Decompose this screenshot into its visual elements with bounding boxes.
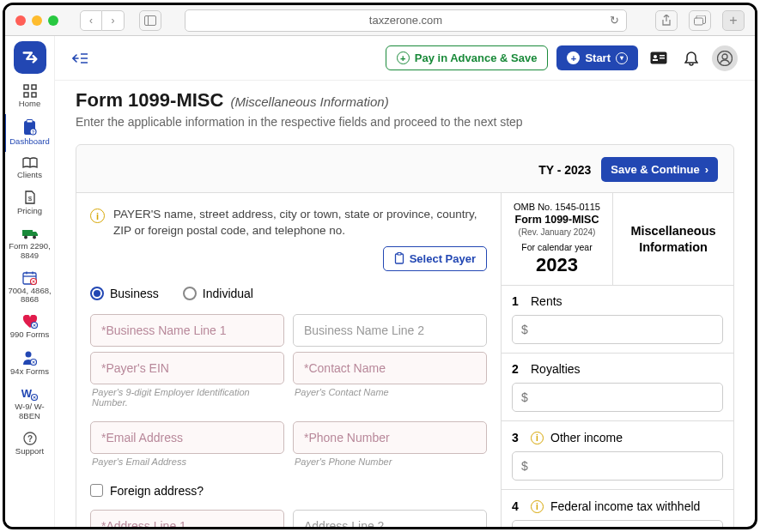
sidebar-label: 94x Forms <box>10 367 49 377</box>
sidebar-item-7004[interactable]: ✕ 7004, 4868, 8868 <box>6 266 54 311</box>
omb-number: OMB No. 1545-0115 <box>510 202 604 212</box>
svg-rect-41 <box>395 254 403 263</box>
radio-individual[interactable]: Individual <box>183 287 253 300</box>
sidebar-item-support[interactable]: ? Support <box>6 426 54 462</box>
box-number: 2 <box>512 362 524 376</box>
sidebar-label: Clients <box>17 171 42 180</box>
start-button[interactable]: + Start ▾ <box>556 45 638 70</box>
fed-tax-withheld-input[interactable] <box>512 520 723 527</box>
contact-name-input[interactable] <box>293 352 487 384</box>
rents-input[interactable] <box>512 315 723 344</box>
user-avatar[interactable] <box>712 45 738 71</box>
sidebar-item-dashboard[interactable]: ? Dashboard <box>3 114 54 152</box>
sidebar-item-990[interactable]: ✕ 990 Forms <box>6 310 54 345</box>
irs-box-meta: OMB No. 1545-0115 Form 1099-MISC (Rev. J… <box>502 193 613 285</box>
svg-point-23 <box>26 352 32 358</box>
royalties-input[interactable] <box>512 383 723 412</box>
other-income-input[interactable] <box>512 451 723 481</box>
plus-circle-icon: + <box>397 51 410 64</box>
browser-forward-button[interactable]: › <box>102 10 125 31</box>
box-label: Federal income tax withheld <box>550 499 700 513</box>
page-subtitle: (Miscellaneous Information) <box>230 94 388 109</box>
bell-icon[interactable] <box>679 46 703 70</box>
svg-text:$: $ <box>27 195 32 203</box>
phone-hint: Payer's Phone Number <box>295 456 487 467</box>
foreign-address-checkbox[interactable] <box>90 484 103 497</box>
clipboard-icon <box>394 252 404 264</box>
irs-revision: (Rev. January 2024) <box>510 227 604 237</box>
sidebar-item-form2290[interactable]: Form 2290, 8849 <box>6 221 54 266</box>
payer-ein-input[interactable] <box>90 352 284 384</box>
reload-icon[interactable]: ↻ <box>610 14 619 27</box>
svg-rect-42 <box>398 253 401 256</box>
irs-box-title: Miscellaneous Information <box>613 193 733 285</box>
svg-text:?: ? <box>27 434 32 444</box>
phone-input[interactable] <box>293 421 487 454</box>
help-icon: ? <box>23 432 37 445</box>
info-icon[interactable]: i <box>531 432 544 444</box>
app-logo[interactable] <box>14 41 46 74</box>
box-label: Royalties <box>531 362 581 376</box>
save-continue-button[interactable]: Save & Continue › <box>601 157 718 182</box>
window-close[interactable] <box>15 15 26 26</box>
chevron-right-icon: › <box>705 163 708 176</box>
browser-url-bar[interactable]: taxzerone.com ↻ <box>185 9 627 32</box>
payer-form: i PAYER'S name, street address, city or … <box>76 193 502 527</box>
sidebar-item-clients[interactable]: Clients <box>6 152 54 185</box>
svg-point-14 <box>33 235 36 239</box>
svg-rect-0 <box>145 15 156 25</box>
chevron-down-icon: ▾ <box>616 52 628 64</box>
pay-advance-button[interactable]: + Pay in Advance & Save <box>386 45 549 70</box>
email-input[interactable] <box>90 421 284 454</box>
box-4-fed-tax: 4 i Federal income tax withheld <box>502 490 733 527</box>
start-label: Start <box>585 51 611 64</box>
sidebar-item-home[interactable]: Home <box>6 79 54 114</box>
select-payer-button[interactable]: Select Payer <box>383 246 487 271</box>
sidebar-item-pricing[interactable]: $ Pricing <box>6 185 54 221</box>
calendar-icon: ✕ <box>22 271 37 285</box>
plus-circle-icon: + <box>567 51 580 64</box>
svg-rect-6 <box>32 93 36 97</box>
radio-individual-label: Individual <box>203 287 253 300</box>
svg-text:W: W <box>21 387 33 400</box>
business-name-1-input[interactable] <box>90 314 284 347</box>
address-1-input[interactable] <box>90 510 284 527</box>
box-2-royalties: 2 Royalties <box>502 354 733 421</box>
tax-year-label: TY - 2023 <box>538 163 591 177</box>
box-number: 4 <box>512 499 524 513</box>
svg-point-40 <box>722 54 727 59</box>
sidebar-item-94x[interactable]: ✕ 94x Forms <box>6 345 54 382</box>
sidebar-item-w9[interactable]: W✕ W-9/ W-8BEN <box>6 382 54 426</box>
box-1-rents: 1 Rents <box>502 286 733 354</box>
sidebar-label: Pricing <box>17 207 42 216</box>
browser-sidebar-toggle[interactable] <box>139 10 161 31</box>
svg-text:✕: ✕ <box>33 396 36 400</box>
sidebar-label: Support <box>15 447 44 456</box>
svg-point-35 <box>654 55 657 58</box>
page-description: Enter the applicable information in the … <box>76 115 734 129</box>
sidebar-label: Home <box>19 100 40 109</box>
address-2-input[interactable] <box>293 510 487 527</box>
new-tab-button[interactable]: + <box>722 10 745 31</box>
window-zoom[interactable] <box>48 15 58 26</box>
radio-business-label: Business <box>110 287 159 300</box>
sidebar-label: 990 Forms <box>10 330 49 340</box>
share-button[interactable] <box>655 10 678 31</box>
sidebar-label: 7004, 4868, 8868 <box>6 287 54 305</box>
email-hint: Payer's Email Address <box>92 456 284 467</box>
tabs-button[interactable] <box>689 10 711 31</box>
window-minimize[interactable] <box>32 15 42 26</box>
svg-rect-8 <box>27 119 33 123</box>
w-icon: W✕ <box>21 387 38 401</box>
radio-unchecked-icon <box>183 287 197 300</box>
box-3-other-income: 3 i Other income <box>502 421 733 490</box>
radio-business[interactable]: Business <box>90 287 159 300</box>
info-icon[interactable]: i <box>531 500 544 513</box>
grid-icon <box>23 84 37 98</box>
business-name-2-input[interactable] <box>293 314 487 347</box>
sidebar-collapse-icon[interactable] <box>72 52 88 64</box>
box-label: Rents <box>531 294 562 308</box>
id-card-icon[interactable] <box>647 46 671 70</box>
browser-back-button[interactable]: ‹ <box>80 10 102 31</box>
app-topbar: + Pay in Advance & Save + Start ▾ <box>55 36 755 81</box>
